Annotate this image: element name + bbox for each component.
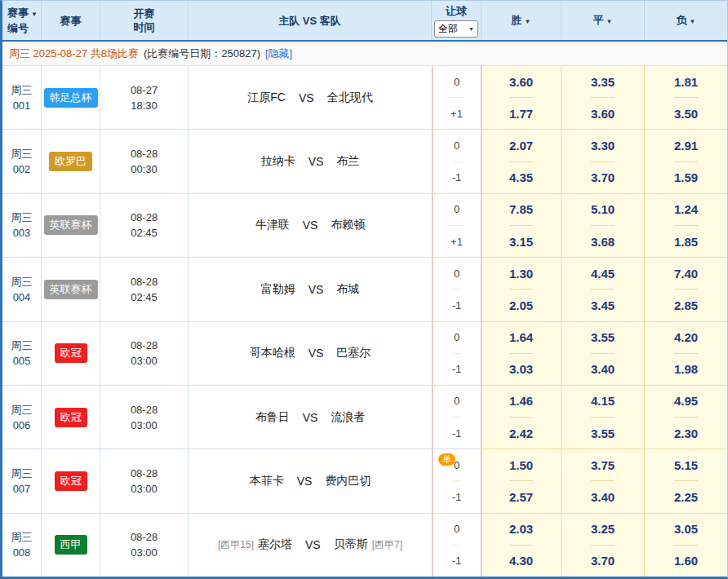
time-cell: 08-28 03:00 bbox=[100, 322, 189, 385]
odds-draw[interactable]: 3.40 bbox=[591, 480, 615, 512]
handicap-cell: 0 -1 bbox=[432, 386, 482, 449]
odds-lose[interactable]: 3.50 bbox=[674, 97, 698, 129]
odds-lose[interactable]: 1.85 bbox=[674, 225, 698, 257]
odds-lose[interactable]: 7.40 bbox=[674, 258, 698, 289]
odds-draw[interactable]: 3.40 bbox=[591, 353, 615, 385]
odds-draw[interactable]: 3.70 bbox=[591, 161, 615, 193]
odds-win[interactable]: 2.42 bbox=[509, 417, 533, 449]
odds-draw[interactable]: 3.35 bbox=[591, 66, 615, 97]
teams-cell: 江原FC VS 全北现代 bbox=[189, 66, 432, 129]
teams-cell: 布鲁日 VS 流浪者 bbox=[189, 386, 432, 449]
match-row: 周三 007 欧冠 08-28 03:00 本菲卡 VS 费内巴切 单 0 -1… bbox=[2, 449, 727, 513]
handicap-cell: 0 -1 bbox=[432, 130, 482, 192]
odds-draw[interactable]: 3.68 bbox=[591, 225, 615, 257]
hide-link[interactable]: [隐藏] bbox=[265, 46, 292, 61]
win-odds-column: 2.03 4.30 bbox=[482, 514, 562, 577]
win-odds-column: 2.07 4.35 bbox=[482, 130, 562, 192]
header-time-label-1: 开赛 bbox=[134, 7, 155, 20]
sort-arrow-icon: ▼ bbox=[606, 18, 613, 25]
time-cell: 08-27 18:30 bbox=[100, 66, 189, 129]
odds-draw[interactable]: 5.10 bbox=[591, 194, 615, 225]
odds-draw[interactable]: 3.55 bbox=[591, 322, 615, 353]
odds-win[interactable]: 1.30 bbox=[509, 258, 533, 289]
match-row: 周三 006 欧冠 08-28 03:00 布鲁日 VS 流浪者 0 -1 1.… bbox=[2, 386, 727, 449]
draw-odds-column: 3.30 3.70 bbox=[562, 130, 645, 192]
away-team: 全北现代 bbox=[327, 91, 373, 105]
header-event-no[interactable]: 赛事▼ 编号 bbox=[2, 1, 42, 40]
odds-draw[interactable]: 3.70 bbox=[591, 545, 615, 577]
handicap-value: -1 bbox=[452, 417, 462, 449]
handicap-value: 0 bbox=[454, 258, 459, 289]
odds-lose[interactable]: 1.60 bbox=[674, 545, 698, 577]
match-row: 周三 005 欧冠 08-28 03:00 哥本哈根 VS 巴塞尔 0 -1 1… bbox=[2, 322, 727, 386]
home-team: 塞尔塔 bbox=[258, 537, 292, 552]
odds-draw[interactable]: 4.45 bbox=[591, 258, 615, 289]
vs-label: VS bbox=[305, 538, 321, 551]
vs-label: VS bbox=[299, 91, 314, 104]
odds-lose[interactable]: 2.25 bbox=[674, 480, 698, 512]
odds-lose[interactable]: 1.24 bbox=[674, 194, 698, 225]
odds-win[interactable]: 1.46 bbox=[509, 386, 533, 417]
odds-draw[interactable]: 3.30 bbox=[591, 130, 615, 161]
win-odds-column: 1.30 2.05 bbox=[482, 258, 562, 320]
odds-draw[interactable]: 3.45 bbox=[591, 289, 615, 320]
competition-badge: 英联赛杯 bbox=[44, 215, 98, 235]
odds-win[interactable]: 4.30 bbox=[509, 545, 533, 577]
win-odds-column: 3.60 1.77 bbox=[482, 66, 562, 129]
odds-win[interactable]: 3.15 bbox=[509, 225, 533, 257]
handicap-filter-select[interactable]: 全部 ▼ bbox=[434, 20, 478, 38]
odds-win[interactable]: 2.03 bbox=[509, 514, 533, 545]
draw-odds-column: 3.75 3.40 bbox=[562, 449, 645, 512]
match-day: 周三 bbox=[11, 274, 33, 290]
header-time: 开赛 时间 bbox=[100, 1, 189, 40]
header-handicap: 让球 全部 ▼ bbox=[432, 1, 482, 40]
odds-draw[interactable]: 3.25 bbox=[591, 514, 615, 545]
event-no-cell: 周三 008 bbox=[2, 514, 42, 577]
header-draw-label: 平 bbox=[593, 14, 604, 26]
odds-draw[interactable]: 3.75 bbox=[591, 449, 615, 480]
odds-lose[interactable]: 1.81 bbox=[674, 66, 698, 97]
odds-win[interactable]: 3.03 bbox=[509, 353, 533, 385]
odds-lose[interactable]: 2.30 bbox=[674, 417, 698, 449]
odds-lose[interactable]: 4.20 bbox=[674, 322, 698, 353]
sort-arrow-icon: ▼ bbox=[690, 18, 696, 25]
home-team: 本菲卡 bbox=[250, 474, 284, 488]
handicap-value: 0 bbox=[454, 322, 459, 353]
odds-win[interactable]: 7.85 bbox=[509, 194, 533, 225]
win-odds-column: 1.50 2.57 bbox=[482, 449, 562, 512]
odds-win[interactable]: 1.50 bbox=[509, 449, 533, 480]
odds-lose[interactable]: 2.85 bbox=[674, 289, 698, 320]
competition-cell: 英联赛杯 bbox=[42, 194, 100, 257]
odds-lose[interactable]: 1.98 bbox=[674, 353, 698, 385]
match-date: 08-28 bbox=[131, 402, 158, 418]
odds-draw[interactable]: 3.60 bbox=[591, 97, 615, 129]
handicap-value: +1 bbox=[451, 225, 463, 257]
odds-win[interactable]: 4.35 bbox=[509, 161, 533, 193]
odds-win[interactable]: 2.07 bbox=[509, 130, 533, 161]
header-draw[interactable]: 平▼ bbox=[562, 1, 645, 40]
odds-win[interactable]: 2.05 bbox=[509, 289, 533, 320]
handicap-cell: 0 -1 bbox=[432, 514, 482, 577]
handicap-value: -1 bbox=[452, 545, 462, 577]
match-time: 03:00 bbox=[131, 353, 158, 369]
odds-draw[interactable]: 4.15 bbox=[591, 386, 615, 417]
odds-draw[interactable]: 3.55 bbox=[591, 417, 615, 449]
odds-lose[interactable]: 4.95 bbox=[674, 386, 698, 417]
odds-lose[interactable]: 1.59 bbox=[674, 161, 698, 193]
lose-odds-column: 7.40 2.85 bbox=[645, 258, 727, 320]
handicap-cell: 0 -1 bbox=[432, 322, 482, 385]
odds-win[interactable]: 3.60 bbox=[509, 66, 533, 97]
odds-lose[interactable]: 5.15 bbox=[674, 449, 698, 480]
odds-lose[interactable]: 3.05 bbox=[674, 514, 698, 545]
handicap-value: 0 bbox=[454, 386, 459, 417]
odds-win[interactable]: 1.64 bbox=[509, 322, 533, 353]
away-team: 布城 bbox=[336, 282, 359, 297]
odds-win[interactable]: 2.57 bbox=[509, 480, 533, 512]
odds-lose[interactable]: 2.91 bbox=[674, 130, 698, 161]
date-summary: 周三 2025-08-27 共8场比赛 bbox=[9, 46, 139, 61]
odds-win[interactable]: 1.77 bbox=[509, 97, 533, 129]
away-team: 布赖顿 bbox=[331, 218, 365, 232]
header-lose[interactable]: 负▼ bbox=[645, 1, 727, 40]
handicap-cell: 0 -1 bbox=[432, 258, 482, 320]
header-win[interactable]: 胜▼ bbox=[482, 1, 562, 40]
